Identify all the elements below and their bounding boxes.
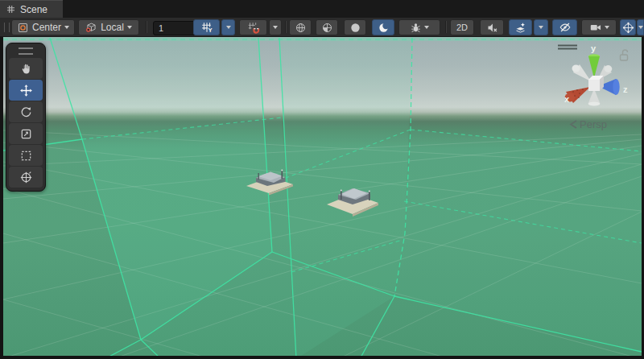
handle-grip-icon[interactable]	[4, 23, 10, 32]
effects-layers-icon	[514, 22, 526, 34]
unity-scene-window: Scene Center Local Y	[0, 0, 644, 359]
scene-camera-icon	[589, 21, 602, 34]
snap-settings-button[interactable]	[239, 19, 267, 35]
scene-effects-dropdown[interactable]	[534, 19, 548, 35]
local-cube-icon	[85, 22, 97, 34]
orientation-label: Local	[100, 22, 125, 33]
scene-camera-button[interactable]	[581, 19, 617, 35]
debug-bug-icon	[410, 22, 422, 34]
shaded-sphere-icon	[349, 22, 361, 34]
axis-y-cone[interactable]	[588, 56, 600, 78]
debug-draw-mode-button[interactable]	[398, 19, 440, 35]
view-hand-tool-button[interactable]	[9, 58, 43, 79]
rect-tool-icon	[19, 149, 33, 163]
transform-icon	[19, 171, 33, 184]
draw-mode-wireframe-button[interactable]	[289, 19, 312, 35]
gizmos-button[interactable]	[620, 19, 636, 35]
axis-z-label[interactable]: z	[623, 85, 628, 94]
draw-mode-shaded-wire-button[interactable]	[316, 19, 338, 35]
move-icon	[19, 84, 33, 97]
scene-toolbar: Center Local Y	[0, 18, 644, 37]
tab-strip: Scene	[0, 0, 644, 18]
shaded-wireframe-sphere-icon	[321, 22, 333, 34]
grid-snap-dropdown[interactable]	[221, 19, 235, 35]
unlock-icon[interactable]	[621, 50, 628, 60]
orientation-gizmo[interactable]: y x z Persp	[558, 43, 628, 130]
svg-text:Y: Y	[208, 27, 212, 34]
toolbar-separator	[445, 21, 446, 33]
overlay-handle-icon[interactable]	[558, 46, 577, 49]
grid-tab-icon	[6, 5, 15, 14]
chevron-down-icon	[273, 26, 278, 29]
wireframe-sphere-icon	[295, 22, 307, 34]
chevron-down-icon	[539, 26, 543, 29]
scene-lighting-button[interactable]	[372, 19, 394, 35]
pivot-center-icon	[17, 22, 29, 34]
scene-visibility-eye-icon	[559, 21, 572, 34]
toolbar-separator	[285, 21, 286, 33]
scene-lighting-moon-icon	[378, 22, 390, 34]
scene-audio-button[interactable]	[480, 19, 504, 35]
pivot-mode-label: Center	[31, 22, 62, 33]
snap-increment-input[interactable]	[153, 21, 198, 35]
chevron-down-icon	[226, 26, 231, 29]
pivot-mode-button[interactable]: Center	[11, 19, 75, 35]
scene-viewport[interactable]: y x z Persp	[3, 37, 642, 356]
grid-snap-y-icon: Y	[200, 21, 213, 34]
toolbar-separator	[146, 21, 147, 33]
move-tool-button[interactable]	[9, 80, 43, 101]
scene-canvas[interactable]: y x z Persp	[3, 37, 642, 356]
tab-scene[interactable]: Scene	[0, 0, 63, 18]
audio-muted-icon	[486, 22, 498, 34]
snap-settings-dropdown[interactable]	[269, 19, 282, 35]
view-2d-button[interactable]: 2D	[450, 19, 474, 35]
axis-x-label[interactable]: x	[564, 94, 570, 104]
axis-y-label[interactable]: y	[591, 43, 597, 53]
overlay-handle-icon[interactable]	[19, 47, 33, 55]
tab-label: Scene	[20, 4, 47, 15]
scale-icon	[19, 127, 33, 141]
projection-label: Persp	[580, 118, 607, 130]
scene-effects-button[interactable]	[509, 19, 532, 35]
projection-toggle[interactable]: Persp	[571, 118, 607, 130]
snap-magnet-icon	[247, 21, 260, 34]
chevron-down-icon	[127, 26, 132, 29]
view-2d-label: 2D	[456, 23, 469, 32]
orientation-button[interactable]: Local	[78, 19, 139, 35]
chevron-down-icon	[605, 26, 609, 29]
tool-palette-overlay	[6, 43, 46, 192]
rotate-icon	[19, 105, 33, 119]
chevron-down-icon	[638, 26, 643, 29]
transform-tool-button[interactable]	[9, 167, 43, 188]
chevron-down-icon	[64, 26, 69, 29]
gizmos-dropdown[interactable]	[637, 19, 644, 35]
gizmo-center-cube[interactable]	[588, 76, 604, 91]
scale-tool-button[interactable]	[9, 123, 43, 144]
rotate-tool-button[interactable]	[9, 101, 43, 122]
scene-visibility-button[interactable]	[552, 19, 577, 35]
gizmos-sphere-icon	[622, 22, 634, 34]
hand-icon	[19, 62, 33, 76]
rect-tool-button[interactable]	[9, 145, 43, 166]
grid-snap-button[interactable]: Y	[193, 19, 220, 35]
draw-mode-shaded-button[interactable]	[344, 19, 366, 35]
chevron-down-icon	[424, 26, 429, 29]
